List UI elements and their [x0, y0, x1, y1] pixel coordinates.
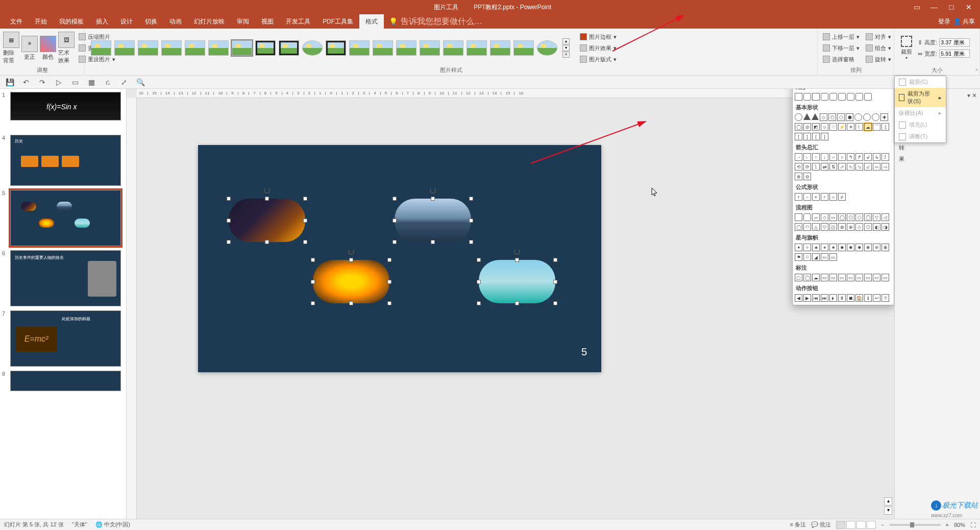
shape-option[interactable]	[863, 113, 871, 121]
shape-option[interactable]: ⚑	[795, 253, 802, 261]
shape-option[interactable]: ▭	[838, 274, 846, 281]
shape-option[interactable]: ↳	[873, 153, 880, 161]
shape-option[interactable]: ◯	[864, 213, 872, 221]
style-thumb[interactable]	[255, 40, 276, 56]
slide-thumbnail[interactable]: 8	[2, 371, 121, 391]
shape-option[interactable]: ♡	[829, 123, 837, 131]
tab-animation[interactable]: 动画	[163, 14, 188, 29]
shape-option[interactable]: ↲	[864, 153, 872, 161]
crop-menu-crop-to-shape[interactable]: 裁剪为形状(S)▸	[895, 88, 946, 107]
shape-option[interactable]: ?	[881, 294, 889, 302]
shape-option[interactable]: ▭	[821, 253, 828, 261]
shape-option[interactable]: ✶	[821, 244, 828, 251]
tab-templates[interactable]: 我的模板	[53, 14, 90, 29]
shape-option[interactable]: ⇅	[829, 163, 837, 171]
shape-option[interactable]: [	[795, 133, 802, 140]
shape-option[interactable]: ▽	[821, 223, 828, 231]
comments-button[interactable]: 💬 批注	[811, 521, 831, 528]
shape-option[interactable]: ⇨	[881, 163, 889, 171]
shape-option[interactable]: ⟲	[795, 163, 802, 171]
shape-option[interactable]: ↱	[855, 153, 863, 161]
shape-option[interactable]: ❊	[873, 244, 880, 251]
shape-option[interactable]: ÷	[821, 193, 828, 201]
shape-option[interactable]: ◁	[881, 213, 889, 221]
shape-option[interactable]	[838, 93, 846, 101]
shape-option[interactable]: ◯	[795, 223, 802, 231]
shape-option[interactable]: ⊗	[838, 223, 846, 231]
shape-option[interactable]: ↩	[873, 294, 880, 302]
gallery-more[interactable]: ≡	[562, 52, 570, 58]
gallery-scroll-down[interactable]: ▾	[562, 45, 570, 51]
style-thumb[interactable]	[185, 40, 205, 56]
qat-icon[interactable]: 🔍	[136, 78, 145, 87]
shape-option[interactable]: ◢	[812, 253, 820, 261]
picture-border-button[interactable]: 图片边框 ▾	[578, 32, 619, 42]
shape-option[interactable]: ⟦	[881, 123, 889, 131]
shape-option[interactable]: ◇	[821, 213, 828, 221]
undo-icon[interactable]: ↶	[21, 78, 31, 87]
start-from-beginning-icon[interactable]: ▷	[54, 78, 63, 87]
shape-option[interactable]: ⬡	[837, 113, 845, 121]
shape-option[interactable]	[812, 113, 819, 120]
shape-option[interactable]: ⏸	[838, 294, 846, 302]
shape-option[interactable]: ✺	[855, 244, 863, 251]
shape-option[interactable]: ◯	[803, 274, 811, 281]
shape-option[interactable]	[864, 93, 872, 101]
slide-thumbnail[interactable]: 6 历史事件的重要人物的姓名	[2, 250, 121, 306]
shape-option[interactable]: 🏠	[855, 294, 863, 302]
shape-option[interactable]: ◯	[838, 213, 846, 221]
selection-pane-button[interactable]: 选择窗格	[821, 54, 862, 64]
shape-option[interactable]: ◩	[812, 123, 820, 131]
shape-option[interactable]: →	[795, 153, 802, 161]
gallery-scroll-up[interactable]: ▴	[562, 38, 570, 44]
shape-option[interactable]: ⊘	[803, 123, 811, 131]
shape-option[interactable]: ⊖	[803, 173, 811, 180]
corrections-button[interactable]: ☀更正	[21, 31, 38, 65]
rotate-button[interactable]: 旋转 ▾	[864, 54, 893, 64]
crop-menu-fit[interactable]: 调整(T)	[895, 131, 946, 142]
shape-option[interactable]: ↰	[847, 153, 854, 161]
shape-option[interactable]: ▭	[881, 274, 889, 281]
tab-slideshow[interactable]: 幻灯片放映	[188, 14, 231, 29]
sorter-view-icon[interactable]	[846, 521, 855, 529]
current-slide[interactable]: 5	[198, 145, 601, 372]
slide-thumbnail[interactable]: 1 f(x)=Sin x	[2, 92, 121, 121]
shape-option[interactable]: ▭	[873, 274, 880, 281]
style-thumb[interactable]	[467, 40, 487, 56]
save-icon[interactable]: 💾	[5, 78, 14, 87]
shape-option[interactable]: ◑	[881, 223, 889, 231]
shape-option[interactable]	[829, 93, 837, 101]
picture-object[interactable]	[229, 199, 305, 242]
shape-option[interactable]	[855, 93, 863, 101]
tab-format[interactable]: 格式	[359, 14, 384, 29]
maximize-icon[interactable]: □	[944, 2, 959, 12]
rotate-handle-icon[interactable]	[348, 249, 354, 255]
next-slide-button[interactable]: ▾	[884, 507, 892, 515]
style-thumb[interactable]	[373, 40, 393, 56]
shape-option[interactable]: ▭	[864, 274, 872, 281]
style-thumb[interactable]	[302, 40, 323, 56]
slide-thumbnail[interactable]: 4 历史	[2, 135, 121, 186]
shape-option[interactable]: ☀	[847, 123, 854, 131]
shape-option[interactable]: ⊕	[847, 223, 854, 231]
shape-option[interactable]: ⇦	[873, 163, 880, 171]
shape-option[interactable]: ▭	[855, 274, 863, 281]
shape-option[interactable]: ❋	[864, 244, 872, 251]
notes-button[interactable]: ≡ 备注	[790, 521, 806, 528]
shape-option[interactable]: ℹ	[864, 294, 872, 302]
zoom-level[interactable]: 80%	[954, 522, 965, 528]
shape-option[interactable]: ↓	[821, 153, 828, 161]
style-thumb[interactable]	[490, 40, 510, 56]
rotate-handle-icon[interactable]	[430, 187, 436, 194]
pane-pin-icon[interactable]: ▾ ✕	[967, 92, 977, 99]
shape-option[interactable]: ⬠	[847, 213, 854, 221]
shape-option[interactable]	[803, 213, 811, 221]
crop-menu-fill[interactable]: 填充(L)	[895, 119, 946, 131]
shape-option[interactable]: ☾	[855, 123, 863, 131]
shape-option[interactable]: }	[821, 133, 828, 140]
shape-option[interactable]: ⬠	[828, 113, 836, 121]
style-thumb[interactable]	[138, 40, 158, 56]
prev-slide-button[interactable]: ▴	[884, 497, 892, 505]
normal-view-icon[interactable]	[836, 521, 845, 529]
shape-option[interactable]: ⚡	[838, 123, 846, 131]
